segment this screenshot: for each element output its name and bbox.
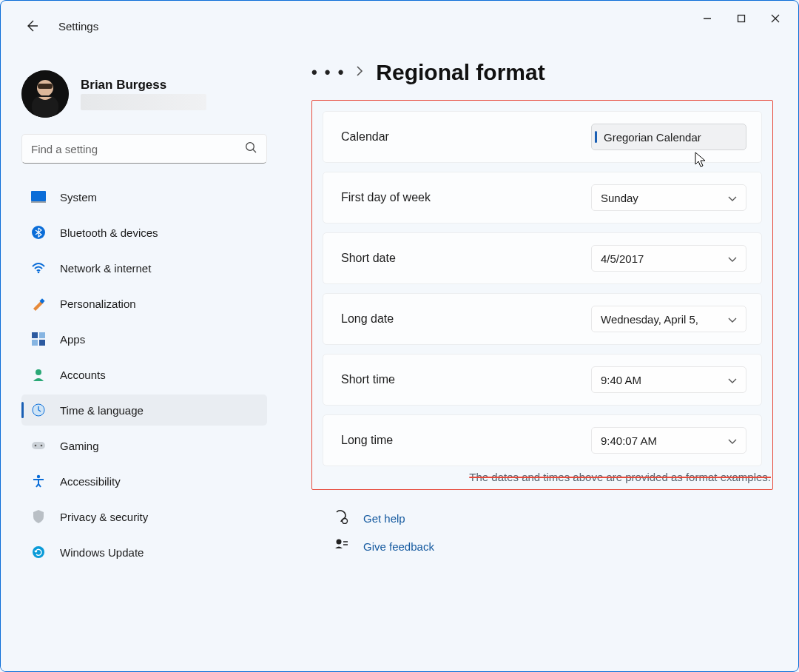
svg-rect-1 xyxy=(738,16,745,22)
setting-short-time: Short time 9:40 AM xyxy=(323,354,762,406)
help-icon xyxy=(334,509,350,527)
svg-point-23 xyxy=(41,445,43,447)
svg-rect-21 xyxy=(32,442,45,449)
sidebar-item-label: Time & language xyxy=(60,404,144,417)
long-time-dropdown[interactable]: 9:40:07 AM xyxy=(591,427,746,454)
svg-point-19 xyxy=(36,369,41,375)
sidebar-item-label: Personalization xyxy=(60,298,136,310)
maximize-button[interactable] xyxy=(724,7,758,30)
short-time-dropdown[interactable]: 9:40 AM xyxy=(591,366,746,393)
first-day-dropdown[interactable]: Sunday xyxy=(591,184,746,211)
svg-point-24 xyxy=(37,475,40,478)
dropdown-value: 9:40 AM xyxy=(601,374,641,386)
svg-rect-18 xyxy=(39,340,45,346)
sidebar-item-label: Apps xyxy=(60,333,85,346)
setting-long-date: Long date Wednesday, April 5, xyxy=(323,293,762,345)
shield-icon xyxy=(30,508,47,525)
page-title: Regional format xyxy=(376,60,545,85)
setting-label: Calendar xyxy=(341,130,389,144)
sidebar-item-privacy[interactable]: Privacy & security xyxy=(21,501,267,532)
short-date-dropdown[interactable]: 4/5/2017 xyxy=(591,245,746,272)
sidebar-item-bluetooth[interactable]: Bluetooth & devices xyxy=(21,217,267,248)
sidebar-nav: System Bluetooth & devices Network & int… xyxy=(21,181,267,568)
search-box[interactable] xyxy=(21,134,267,164)
svg-point-22 xyxy=(35,445,37,447)
chevron-down-icon xyxy=(728,374,737,386)
sidebar-item-time-language[interactable]: Time & language xyxy=(21,394,267,426)
setting-first-day: First day of week Sunday xyxy=(323,172,762,224)
sidebar: Brian Burgess System Bluetooth & devices… xyxy=(1,54,282,671)
close-button[interactable] xyxy=(758,7,792,30)
setting-short-date: Short date 4/5/2017 xyxy=(323,232,762,284)
apps-icon xyxy=(30,331,47,347)
dropdown-value: Gregorian Calendar xyxy=(604,131,701,144)
svg-rect-16 xyxy=(39,332,45,338)
user-name: Brian Burgess xyxy=(81,78,206,93)
dropdown-value: Sunday xyxy=(601,192,638,204)
dropdown-value: 4/5/2017 xyxy=(601,252,644,265)
sidebar-item-label: Bluetooth & devices xyxy=(60,226,158,239)
sidebar-item-personalization[interactable]: Personalization xyxy=(21,288,267,319)
svg-point-8 xyxy=(246,142,254,150)
calendar-dropdown[interactable]: Gregorian Calendar xyxy=(591,124,746,150)
user-profile[interactable]: Brian Burgess xyxy=(21,70,267,118)
setting-calendar: Calendar Gregorian Calendar xyxy=(323,111,762,163)
clock-globe-icon xyxy=(30,402,47,418)
update-icon xyxy=(30,544,47,560)
svg-rect-7 xyxy=(38,84,53,89)
setting-label: Short date xyxy=(341,252,396,265)
give-feedback-link[interactable]: Give feedback xyxy=(363,540,434,553)
sidebar-item-network[interactable]: Network & internet xyxy=(21,252,267,283)
svg-rect-10 xyxy=(31,191,46,201)
sidebar-item-gaming[interactable]: Gaming xyxy=(21,430,267,461)
svg-point-13 xyxy=(38,272,40,274)
long-date-dropdown[interactable]: Wednesday, April 5, xyxy=(591,306,746,332)
svg-point-25 xyxy=(33,546,44,558)
chevron-right-icon xyxy=(355,66,364,79)
sidebar-item-label: Accessibility xyxy=(60,475,121,488)
format-examples-note: The dates and times above are provided a… xyxy=(312,471,772,489)
system-icon xyxy=(30,189,47,205)
sidebar-item-label: Network & internet xyxy=(60,262,151,275)
brush-icon xyxy=(30,295,47,312)
wifi-icon xyxy=(30,260,47,276)
avatar xyxy=(21,70,69,118)
svg-rect-17 xyxy=(32,340,38,346)
svg-point-27 xyxy=(337,540,342,545)
app-title: Settings xyxy=(58,20,98,33)
regional-format-panel: Calendar Gregorian Calendar First day of… xyxy=(311,100,773,490)
accessibility-icon xyxy=(30,473,47,489)
sidebar-item-label: Privacy & security xyxy=(60,511,148,523)
minimize-button[interactable] xyxy=(690,7,724,30)
dropdown-value: 9:40:07 AM xyxy=(601,434,657,447)
sidebar-item-accessibility[interactable]: Accessibility xyxy=(21,466,267,497)
chevron-down-icon xyxy=(728,434,737,447)
setting-label: Long date xyxy=(341,312,394,326)
sidebar-item-windows-update[interactable]: Windows Update xyxy=(21,537,267,568)
sidebar-item-label: Accounts xyxy=(60,369,106,381)
setting-long-time: Long time 9:40:07 AM xyxy=(323,414,762,466)
breadcrumb-more-icon[interactable]: • • • xyxy=(311,63,345,82)
sidebar-item-system[interactable]: System xyxy=(21,181,267,212)
chevron-down-icon xyxy=(728,192,737,204)
setting-label: Short time xyxy=(341,373,395,386)
setting-label: Long time xyxy=(341,434,393,447)
sidebar-item-label: Windows Update xyxy=(60,546,144,559)
window-titlebar xyxy=(1,1,798,36)
dropdown-value: Wednesday, April 5, xyxy=(601,313,698,326)
user-email-placeholder xyxy=(81,94,206,110)
svg-point-26 xyxy=(343,519,348,524)
svg-rect-15 xyxy=(32,332,38,338)
svg-rect-11 xyxy=(31,201,46,203)
sidebar-item-accounts[interactable]: Accounts xyxy=(21,359,267,390)
chevron-down-icon xyxy=(728,313,737,326)
get-help-link[interactable]: Get help xyxy=(363,512,405,525)
help-links: Get help Give feedback xyxy=(311,509,773,555)
setting-label: First day of week xyxy=(341,191,431,204)
accounts-icon xyxy=(30,366,47,383)
sidebar-item-label: Gaming xyxy=(60,440,99,452)
search-input[interactable] xyxy=(31,143,245,155)
gaming-icon xyxy=(30,437,47,454)
back-button[interactable] xyxy=(21,16,42,36)
sidebar-item-apps[interactable]: Apps xyxy=(21,323,267,355)
